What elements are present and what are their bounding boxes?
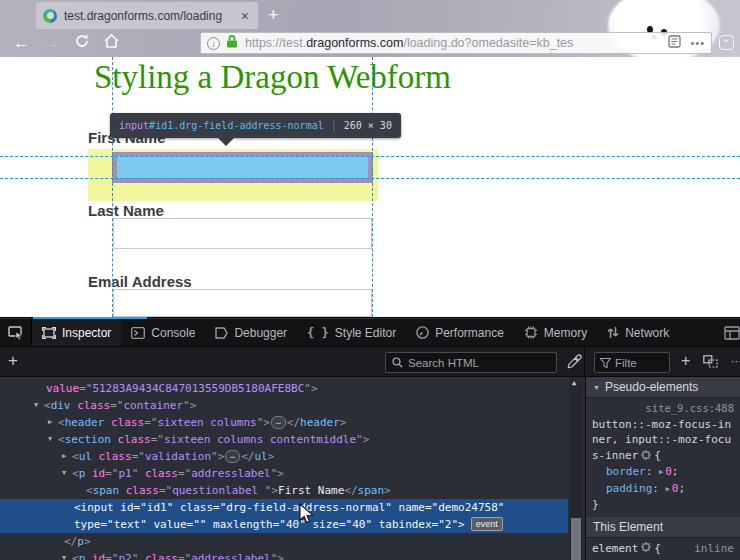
reload-button[interactable]	[75, 32, 89, 54]
markup-line[interactable]: <span class="questionlabel ">First Name<…	[0, 482, 584, 499]
infobar-tag: input	[119, 120, 149, 131]
markup-line[interactable]: ▶<header class="sixteen columns">…</head…	[0, 414, 584, 431]
markup-token: class	[111, 416, 144, 429]
collapsed-children-badge[interactable]: …	[225, 450, 240, 463]
scroll-up-icon[interactable]: ▲	[572, 379, 576, 387]
expand-value-icon[interactable]: ▶	[659, 468, 663, 476]
markup-token: <	[72, 467, 79, 480]
css-property-border[interactable]: border: ▶0;	[592, 464, 734, 481]
devtools-tab-style-editor[interactable]: { }Style Editor	[297, 319, 406, 346]
eyedropper-icon[interactable]	[567, 354, 582, 373]
highlight-selector-icon[interactable]	[641, 542, 651, 555]
highlighter-guide-horizontal	[0, 156, 740, 157]
markup-line[interactable]: ▼<section class="sixteen columns content…	[0, 431, 584, 448]
email-input[interactable]	[113, 289, 372, 317]
markup-view: value="51283A9434C847013559DB5180AFE8BC"…	[0, 377, 584, 560]
markup-token	[85, 552, 92, 560]
markup-token: ">	[183, 399, 196, 412]
expand-arrow-closed-icon[interactable]: ▶	[44, 414, 56, 431]
browser-chrome: test.dragonforms.com/loading × + ← → i h…	[0, 0, 740, 57]
highlight-selector-icon[interactable]	[641, 449, 651, 465]
markup-token: class	[145, 467, 178, 480]
pick-element-button[interactable]	[0, 319, 32, 346]
event-badge[interactable]: event	[471, 517, 503, 531]
pseudo-elements-header[interactable]: ▼ Pseudo-elements	[586, 377, 740, 398]
markup-token: <	[58, 416, 65, 429]
reader-mode-icon[interactable]	[668, 34, 682, 52]
markup-line[interactable]: ▼<p id="p2" class="addresslabel">	[0, 550, 584, 560]
highlighter-infobar: input#id1.drg-field-address-normal | 260…	[110, 113, 401, 138]
back-button[interactable]: ←	[13, 32, 30, 54]
new-tab-button[interactable]: +	[268, 3, 279, 27]
pocket-icon[interactable]	[719, 35, 734, 50]
browser-tab[interactable]: test.dragonforms.com/loading ×	[36, 2, 258, 29]
email-label: Email Address	[88, 273, 192, 290]
markup-line[interactable]: ▼<p id="p1" class="addresslabel">	[0, 465, 584, 482]
page-actions-icon[interactable]: •••	[690, 37, 705, 49]
devtools-tab-label: Performance	[435, 326, 504, 340]
markup-line[interactable]: </p>	[0, 533, 584, 550]
secure-lock-icon[interactable]	[226, 34, 238, 52]
storage-tab-icon[interactable]	[720, 319, 740, 346]
markup-token: container	[124, 399, 184, 412]
markup-line[interactable]: ▼<div class="container">	[0, 397, 584, 414]
markup-line-selected[interactable]: <input id="id1" class="drg-field-address…	[0, 499, 568, 516]
markup-token: p2	[118, 552, 131, 560]
highlighter-guide-horizontal	[0, 178, 740, 179]
css-source-link[interactable]: site_9.css:488	[592, 401, 734, 417]
markup-token: ">	[211, 450, 224, 463]
search-html-input[interactable]: Search HTML	[385, 352, 557, 373]
markup-token: ="	[105, 552, 118, 560]
home-button[interactable]	[104, 32, 119, 54]
infobar-selector: #id1.drg-field-address-normal	[149, 120, 324, 131]
markup-token: 51283A9434C847013559DB5180AFE8BC	[92, 382, 304, 395]
markup-line[interactable]: ▶<ul class="validation">…</ul>	[0, 448, 584, 465]
devtools-tab-memory[interactable]: Memory	[514, 319, 597, 346]
last-name-input[interactable]	[113, 218, 372, 249]
filter-styles-input[interactable]: Filte	[594, 352, 670, 373]
url-bar[interactable]: i https://test.dragonforms.com/loading.d…	[200, 32, 712, 54]
markup-token: >	[268, 450, 275, 463]
scrollbar-thumb[interactable]	[571, 518, 581, 560]
highlighter-guide-vertical	[112, 57, 113, 317]
toolbar-separator	[584, 347, 585, 378]
devtools-tab-performance[interactable]: Performance	[406, 319, 514, 346]
devtools-tab-network[interactable]: Network	[597, 319, 679, 346]
markup-line[interactable]: value="51283A9434C847013559DB5180AFE8BC"…	[0, 380, 584, 397]
devtools-tab-console[interactable]: Console	[121, 319, 205, 346]
more-options-icon[interactable]: ⋯	[731, 355, 740, 368]
markup-token: sixteen columns	[157, 416, 256, 429]
devtools-tab-debugger[interactable]: Debugger	[205, 319, 297, 346]
expand-value-icon[interactable]: ▶	[666, 485, 670, 493]
markup-token: </	[344, 484, 357, 497]
markup-token: class	[77, 399, 110, 412]
expand-arrow-open-icon[interactable]: ▼	[58, 550, 70, 560]
markup-line-selected[interactable]: type="text" value="" maxlength="40" size…	[0, 516, 568, 533]
this-element-header[interactable]: This Element	[586, 517, 740, 538]
page-info-icon[interactable]: i	[207, 37, 220, 50]
frames-icon[interactable]	[703, 354, 718, 372]
create-node-button[interactable]: +	[8, 352, 18, 370]
expand-arrow-open-icon[interactable]: ▼	[44, 431, 56, 448]
element-display-note: inline	[694, 542, 734, 555]
infobar-separator: |	[331, 120, 337, 131]
markup-token: class	[145, 552, 178, 560]
collapsed-children-badge[interactable]: …	[271, 416, 286, 429]
expand-arrow-closed-icon[interactable]: ▶	[58, 448, 70, 465]
css-property-padding[interactable]: padding: ▶0;	[592, 481, 734, 498]
url-scheme: https://test.	[245, 36, 306, 50]
filter-funnel-icon	[600, 358, 611, 368]
expand-arrow-open-icon[interactable]: ▼	[58, 465, 70, 482]
markup-token: class	[126, 484, 159, 497]
css-selector: button::-moz-focus-inner, input::-moz-fo…	[592, 417, 734, 465]
expand-arrow-open-icon[interactable]: ▼	[30, 397, 42, 414]
markup-token: ="	[178, 552, 191, 560]
filter-placeholder: Filte	[615, 357, 637, 369]
add-rule-button[interactable]: +	[681, 352, 690, 370]
devtools-tab-inspector[interactable]: Inspector	[32, 319, 121, 346]
tab-close-icon[interactable]: ×	[239, 8, 251, 24]
markup-scrollbar[interactable]: ▲	[569, 377, 583, 560]
markup-token: "	[132, 552, 145, 560]
infobar-arrow	[218, 138, 234, 146]
markup-token: p	[77, 535, 84, 548]
